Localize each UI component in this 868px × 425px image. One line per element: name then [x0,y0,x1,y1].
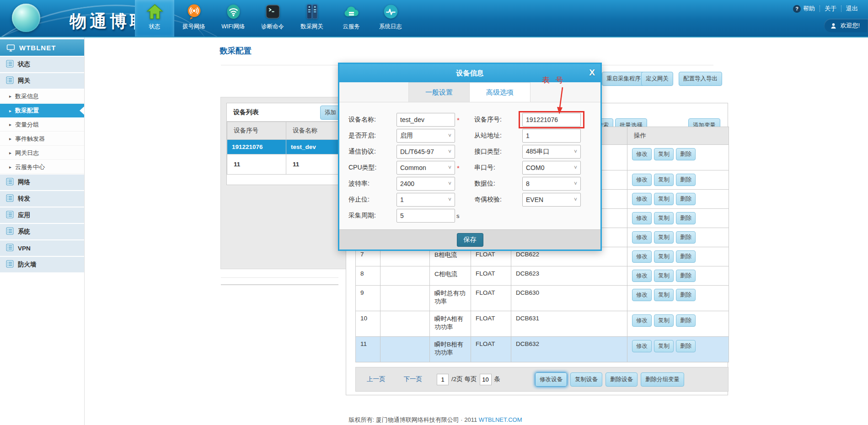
delete-device-button[interactable]: 删除设备 [605,372,638,387]
field-select[interactable]: 2400˅ [396,177,455,191]
page-size-input[interactable] [480,374,492,385]
device-batch-buttons: 修改设备复制设备删除设备删除分组变量 [535,372,684,387]
nav-tab-dialup[interactable]: 拨号网络 [174,0,214,37]
tab-general-settings[interactable]: 一般设置 [408,82,470,102]
field-wrap: DL/T645-97˅ [396,145,455,159]
nav-tab-diagnose[interactable]: 诊断命令 [253,0,292,37]
list-icon [6,244,14,253]
delete-row-button[interactable]: 删除 [676,212,696,224]
field-input[interactable]: 5 [396,209,455,223]
nav-tab-wifi[interactable]: WIFI网络 [214,0,253,37]
copy-row-button[interactable]: 复制 [654,212,674,224]
chevron-down-icon: ˅ [448,149,451,155]
table-row[interactable]: 9瞬时总有功功率FLOATDCB630修改复制删除 [356,286,729,311]
page-number-input[interactable] [437,374,449,385]
field-input[interactable]: test_dev [396,113,455,127]
topnav-utility-links: ? 帮助 关于 退出 [788,5,863,13]
nav-tab-gateway[interactable]: 数采网关 [292,0,332,37]
copy-row-button[interactable]: 复制 [654,270,674,282]
table-row[interactable]: 10瞬时A相有功功率FLOATDCB631修改复制删除 [356,311,729,337]
sidebar-item-网络[interactable]: 网络 [0,175,84,190]
field-select[interactable]: 1˅ [396,193,455,207]
edit-row-button[interactable]: 修改 [632,212,652,224]
delete-row-button[interactable]: 删除 [676,340,696,352]
nav-tab-label: 状态 [135,23,174,31]
edit-row-button[interactable]: 修改 [632,231,652,244]
logout-link[interactable]: 退出 [841,5,863,13]
sidebar-item-转发[interactable]: 转发 [0,191,84,207]
edit-row-button[interactable]: 修改 [632,289,652,301]
field-input[interactable]: 1 [522,129,581,143]
config-import-export-button[interactable]: 配置导入导出 [679,72,722,86]
sidebar-item-应用[interactable]: 应用 [0,207,84,223]
copy-row-button[interactable]: 复制 [654,193,674,205]
modal-field-right-1: 从站地址:1 [474,129,581,143]
field-select[interactable]: EVEN˅ [522,193,581,207]
copy-row-button[interactable]: 复制 [654,289,674,301]
edit-row-button[interactable]: 修改 [632,314,652,327]
table-row[interactable]: 11瞬时B相有功功率FLOATDCB632修改复制删除 [356,337,729,362]
close-icon[interactable]: X [589,68,595,78]
delete-row-button[interactable]: 删除 [676,231,696,244]
field-select[interactable]: DL/T645-97˅ [396,145,455,159]
edit-row-button[interactable]: 修改 [632,148,652,160]
sidebar-subitem-数采信息[interactable]: ▸数采信息 [0,90,84,103]
next-page-link[interactable]: 下一页 [404,375,423,383]
nav-tab-cloud[interactable]: 云服务 [332,0,371,37]
welcome-user-button[interactable]: 欢迎您! [824,19,868,32]
row-actions: 修改复制删除 [627,170,729,190]
delete-row-button[interactable]: 删除 [676,250,696,263]
copy-row-button[interactable]: 复制 [654,174,674,186]
sidebar-subitem-网关日志[interactable]: ▸网关日志 [0,146,84,160]
field-select[interactable]: 启用˅ [396,129,455,143]
delete-row-button[interactable]: 删除 [676,270,696,282]
save-button[interactable]: 保存 [457,233,483,247]
edit-device-button[interactable]: 修改设备 [535,372,567,387]
edit-row-button[interactable]: 修改 [632,270,652,282]
copy-row-button[interactable]: 复制 [654,148,674,160]
field-select[interactable]: COM0˅ [522,161,581,175]
prev-page-link[interactable]: 上一页 [367,375,386,383]
sidebar-item-防火墙[interactable]: 防火墙 [0,257,84,272]
sidebar-item-网关[interactable]: 网关 [0,73,84,89]
field-label: 是否开启: [348,132,396,140]
field-value: EVEN [526,196,572,203]
about-link[interactable]: 关于 [820,5,841,13]
chevron-down-icon: ˅ [448,197,451,203]
delete-row-button[interactable]: 删除 [676,174,696,186]
edit-row-button[interactable]: 修改 [632,193,652,205]
wtblnet-link[interactable]: WTBLNET.COM [479,416,522,423]
copy-row-button[interactable]: 复制 [654,340,674,352]
copy-row-button[interactable]: 复制 [654,231,674,244]
delete-group-vars-button[interactable]: 删除分组变量 [641,372,684,387]
define-gateway-button[interactable]: 定义网关 [641,72,673,86]
sidebar-item-状态[interactable]: 状态 [0,57,84,72]
field-select[interactable]: 8˅ [522,177,581,191]
edit-row-button[interactable]: 修改 [632,340,652,352]
copy-row-button[interactable]: 复制 [654,250,674,263]
copy-device-button[interactable]: 复制设备 [570,372,602,387]
delete-row-button[interactable]: 删除 [676,289,696,301]
help-link[interactable]: ? 帮助 [788,5,820,13]
sidebar-item-系统[interactable]: 系统 [0,224,84,239]
sidebar-subitem-事件触发器[interactable]: ▸事件触发器 [0,132,84,146]
sidebar-subitem-变量分组[interactable]: ▸变量分组 [0,118,84,132]
delete-row-button[interactable]: 删除 [676,193,696,205]
terminal-icon [264,3,281,20]
restart-collector-button[interactable]: 重启采集程序 [602,72,645,86]
tab-advanced-options[interactable]: 高级选项 [469,82,530,102]
field-select[interactable]: Common˅ [396,161,455,175]
delete-row-button[interactable]: 删除 [676,148,696,160]
edit-row-button[interactable]: 修改 [632,250,652,263]
delete-row-button[interactable]: 删除 [676,314,696,327]
copy-row-button[interactable]: 复制 [654,314,674,327]
sidebar-subitem-数采配置[interactable]: ▸数采配置 [0,104,84,117]
field-select[interactable]: 485串口˅ [522,145,581,159]
sidebar-item-VPN[interactable]: VPN [0,240,84,256]
nav-tab-syslog[interactable]: 系统日志 [371,0,410,37]
sidebar-subitem-云服务中心[interactable]: ▸云服务中心 [0,160,84,174]
table-row[interactable]: 8C相电流FLOATDCB623修改复制删除 [356,266,729,286]
chevron-down-icon: ˅ [574,181,577,187]
edit-row-button[interactable]: 修改 [632,174,652,186]
nav-tab-status[interactable]: 状态 [135,0,174,37]
